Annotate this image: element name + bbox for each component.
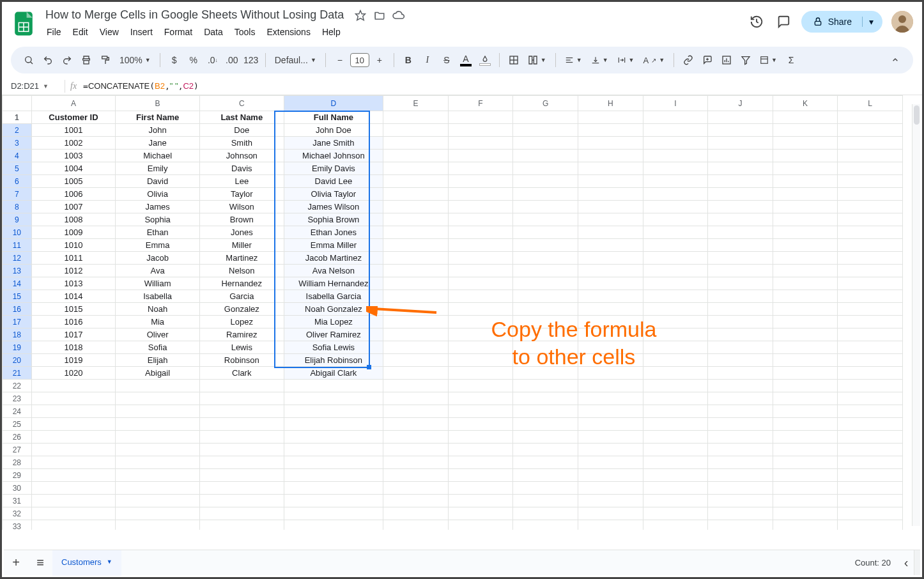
cell[interactable] (643, 201, 708, 213)
cell[interactable]: 1011 (31, 252, 116, 265)
cell[interactable] (513, 444, 578, 456)
cell[interactable] (116, 392, 200, 405)
cell[interactable] (708, 418, 773, 431)
cell[interactable] (448, 303, 513, 316)
vertical-align-icon[interactable]: ▼ (587, 51, 612, 69)
cell[interactable] (578, 239, 643, 252)
row-header[interactable]: 7 (3, 188, 32, 201)
col-header-B[interactable]: B (116, 96, 200, 111)
cell[interactable] (708, 405, 773, 418)
row-header[interactable]: 16 (3, 303, 32, 316)
row-header[interactable]: 15 (3, 290, 32, 303)
strikethrough-icon[interactable]: S (438, 51, 456, 69)
cell[interactable] (773, 341, 838, 354)
cell[interactable] (383, 392, 449, 405)
sheet-tab-dropdown-icon[interactable]: ▼ (107, 559, 112, 565)
row-header[interactable]: 11 (3, 239, 32, 252)
cell[interactable]: 1005 (31, 175, 116, 188)
comments-icon[interactable] (774, 13, 792, 31)
cell[interactable] (513, 239, 578, 252)
cell[interactable] (578, 213, 643, 226)
cell[interactable] (513, 252, 578, 265)
cell[interactable] (643, 316, 708, 328)
cell[interactable]: 1010 (31, 239, 116, 252)
cell[interactable] (578, 405, 643, 418)
functions-icon[interactable]: Σ (782, 51, 800, 69)
cell[interactable] (578, 507, 643, 520)
cell[interactable] (116, 418, 200, 431)
more-formats-icon[interactable]: 123 (242, 51, 260, 69)
cell[interactable] (838, 469, 903, 482)
cell[interactable] (708, 392, 773, 405)
cell[interactable] (708, 188, 773, 201)
selection-count[interactable]: Count: 20 (855, 558, 891, 567)
cell[interactable]: Emma Miller (284, 239, 383, 252)
row-header[interactable]: 12 (3, 252, 32, 265)
redo-icon[interactable] (58, 51, 76, 69)
cell[interactable]: John (116, 124, 200, 137)
cell[interactable] (448, 188, 513, 201)
cell[interactable] (383, 188, 449, 201)
row-header[interactable]: 10 (3, 226, 32, 239)
cell[interactable] (513, 316, 578, 328)
cell[interactable] (383, 239, 449, 252)
cell[interactable] (383, 520, 449, 530)
cell[interactable]: Jane (116, 137, 200, 150)
cell[interactable] (448, 328, 513, 341)
col-header-F[interactable]: F (448, 96, 513, 111)
cell[interactable] (838, 316, 903, 328)
cell[interactable] (578, 469, 643, 482)
cell[interactable] (578, 392, 643, 405)
cell[interactable] (448, 124, 513, 137)
row-header[interactable]: 23 (3, 392, 32, 405)
cell[interactable] (448, 111, 513, 124)
merge-cells-icon[interactable]: ▼ (524, 51, 550, 69)
cell[interactable]: Noah Gonzalez (284, 303, 383, 316)
cell[interactable] (708, 277, 773, 290)
cell[interactable] (643, 469, 708, 482)
cell[interactable]: 1014 (31, 290, 116, 303)
cell[interactable]: 1003 (31, 150, 116, 162)
cell[interactable] (448, 277, 513, 290)
cell[interactable] (643, 456, 708, 469)
cell[interactable] (383, 367, 449, 380)
cell[interactable]: Ethan Jones (284, 226, 383, 239)
cell[interactable]: Michael (116, 150, 200, 162)
cell[interactable] (199, 456, 284, 469)
cell[interactable] (513, 162, 578, 175)
cell[interactable] (578, 380, 643, 392)
menu-extensions[interactable]: Extensions (261, 24, 315, 40)
cell[interactable] (773, 226, 838, 239)
cell[interactable] (708, 328, 773, 341)
cell[interactable] (773, 213, 838, 226)
font-size-input[interactable]: 10 (350, 53, 369, 67)
cell[interactable] (708, 303, 773, 316)
cell[interactable] (708, 252, 773, 265)
row-header[interactable]: 3 (3, 137, 32, 150)
cell[interactable] (643, 354, 708, 367)
cell[interactable] (578, 226, 643, 239)
row-header[interactable]: 28 (3, 456, 32, 469)
cell[interactable] (773, 175, 838, 188)
decrease-decimal-icon[interactable]: .0↓ (204, 51, 222, 69)
vertical-scrollbar[interactable] (912, 104, 920, 526)
cell[interactable] (708, 431, 773, 444)
cell[interactable] (708, 520, 773, 530)
cell[interactable] (838, 111, 903, 124)
cell[interactable] (838, 482, 903, 495)
text-color-icon[interactable]: A (457, 54, 475, 66)
cell[interactable] (578, 277, 643, 290)
cell[interactable]: Davis (199, 162, 284, 175)
cell[interactable] (448, 444, 513, 456)
menu-data[interactable]: Data (199, 24, 228, 40)
cell[interactable] (116, 469, 200, 482)
cell[interactable] (643, 405, 708, 418)
cell[interactable] (31, 456, 116, 469)
cell[interactable] (773, 456, 838, 469)
cell[interactable] (513, 213, 578, 226)
cell[interactable] (643, 367, 708, 380)
row-header[interactable]: 26 (3, 431, 32, 444)
share-dropdown-icon[interactable]: ▾ (862, 17, 874, 27)
cell[interactable] (773, 444, 838, 456)
percent-icon[interactable]: % (185, 51, 203, 69)
